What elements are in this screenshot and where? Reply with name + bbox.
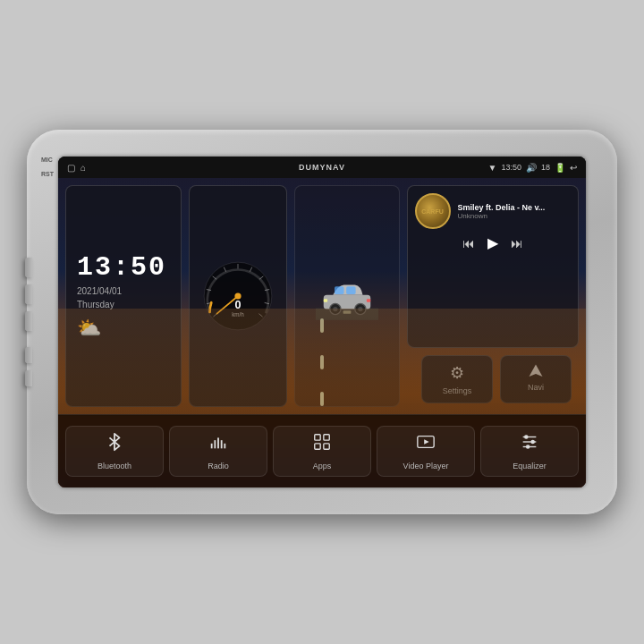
- equalizer-button[interactable]: Equalizer: [480, 426, 579, 477]
- music-top: CARFU Smiley ft. Delia - Ne v... Unknown: [415, 193, 572, 229]
- music-controls[interactable]: ⏮ ▶ ⏭: [415, 234, 572, 251]
- brand-label: DUMYNAV: [299, 163, 345, 172]
- music-info: Smiley ft. Delia - Ne v... Unknown: [458, 203, 572, 220]
- road-lines: [295, 309, 349, 416]
- radio-button[interactable]: Radio: [169, 426, 267, 477]
- svg-rect-30: [221, 440, 223, 448]
- home-icon: ⌂: [80, 163, 86, 173]
- radio-label: Radio: [208, 462, 229, 470]
- status-bar-right: ▼ 13:50 🔊 18 🔋 ↩: [488, 163, 577, 173]
- album-label: CARFU: [421, 208, 444, 215]
- svg-rect-34: [315, 444, 320, 449]
- svg-rect-29: [217, 437, 219, 448]
- svg-rect-35: [324, 444, 329, 449]
- road-line: [320, 318, 324, 333]
- svg-rect-33: [324, 435, 329, 440]
- bluetooth-button[interactable]: Bluetooth: [65, 426, 164, 477]
- svg-point-41: [530, 440, 535, 445]
- status-bar-left: ▢ ⌂: [67, 163, 86, 173]
- next-button[interactable]: ⏭: [511, 236, 523, 250]
- svg-rect-32: [315, 435, 320, 440]
- screen: ▢ ⌂ DUMYNAV ▼ 13:50 🔊 18 🔋 ↩ 13:50: [58, 157, 586, 487]
- volume-up-button[interactable]: [25, 347, 32, 363]
- play-button[interactable]: ▶: [487, 234, 498, 251]
- svg-rect-19: [335, 286, 344, 294]
- svg-rect-26: [367, 299, 370, 302]
- bluetooth-label: Bluetooth: [97, 462, 131, 470]
- rst-label: RST: [41, 171, 54, 177]
- android-button[interactable]: [25, 311, 32, 331]
- wifi-icon: ▼: [488, 163, 497, 173]
- battery-icon: 🔋: [555, 163, 565, 173]
- video-label: Video Player: [403, 462, 449, 470]
- back-icon: ↩: [570, 163, 577, 173]
- road-line: [320, 392, 324, 406]
- svg-point-39: [524, 435, 529, 439]
- prev-button[interactable]: ⏮: [462, 236, 475, 250]
- svg-rect-28: [214, 440, 216, 448]
- bottom-bar: Bluetooth Radio: [58, 414, 586, 487]
- volume-level: 18: [541, 163, 550, 172]
- clock-colon: :: [113, 252, 131, 283]
- clock-date: 2021/04/01: [77, 286, 170, 296]
- bluetooth-icon: [105, 432, 124, 457]
- side-buttons: [25, 258, 32, 386]
- music-album-art: CARFU: [415, 193, 451, 229]
- svg-rect-20: [346, 286, 356, 294]
- music-artist: Unknown: [458, 212, 572, 220]
- main-content: 13:50 2021/04/01 Thursday ⛅: [58, 178, 586, 487]
- equalizer-icon: [520, 432, 539, 457]
- clock-hours: 13: [77, 252, 113, 283]
- mic-label: MIC: [41, 157, 53, 163]
- apps-icon: [312, 432, 332, 457]
- car-head-unit: MIC RST ▢ ⌂ DUMYNAV ▼ 13:50 🔊 18 🔋 ↩: [27, 130, 617, 514]
- speaker-icon: 🔊: [526, 163, 537, 173]
- video-player-button[interactable]: Video Player: [377, 426, 475, 477]
- status-bar: ▢ ⌂ DUMYNAV ▼ 13:50 🔊 18 🔋 ↩: [58, 157, 586, 178]
- radio-icon: [208, 432, 228, 457]
- music-title: Smiley ft. Delia - Ne v...: [458, 203, 572, 212]
- svg-marker-37: [424, 439, 429, 445]
- svg-rect-31: [224, 444, 225, 449]
- road-line: [320, 355, 324, 369]
- apps-button[interactable]: Apps: [273, 426, 371, 477]
- apps-label: Apps: [313, 462, 332, 470]
- clock-minutes: 50: [131, 252, 166, 283]
- window-icon: ▢: [67, 163, 75, 173]
- svg-point-43: [526, 445, 530, 449]
- power-button[interactable]: [25, 258, 32, 277]
- volume-down-button[interactable]: [25, 370, 32, 386]
- svg-rect-27: [211, 444, 213, 449]
- status-time: 13:50: [501, 163, 521, 172]
- video-icon: [416, 432, 436, 457]
- svg-rect-25: [324, 299, 327, 302]
- equalizer-label: Equalizer: [513, 462, 547, 470]
- home-button[interactable]: [25, 284, 32, 304]
- clock-display: 13:50: [77, 252, 170, 283]
- road-background: [58, 309, 586, 416]
